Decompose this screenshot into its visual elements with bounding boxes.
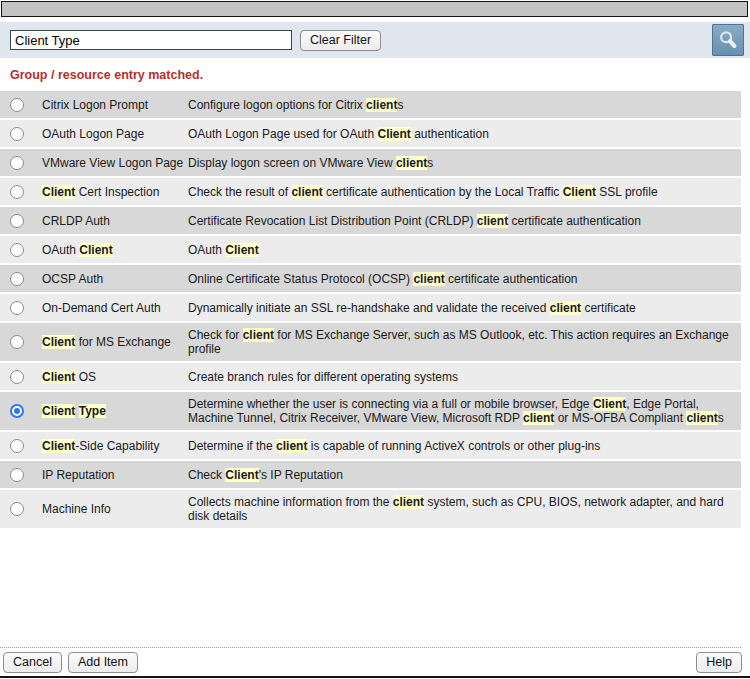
agent-description: Collects machine information from the cl… <box>188 495 741 523</box>
agent-name: CRLDP Auth <box>42 214 188 228</box>
agent-description: Determine if the client is capable of ru… <box>188 439 741 453</box>
agent-description: Check for client for MS Exchange Server,… <box>188 328 741 356</box>
clear-filter-button[interactable]: Clear Filter <box>300 30 381 51</box>
agent-row[interactable]: IP Reputation Check Client's IP Reputati… <box>0 461 741 488</box>
agent-name: Machine Info <box>42 502 188 516</box>
agent-description: Check Client's IP Reputation <box>188 468 741 482</box>
match-highlight: Client <box>593 397 626 411</box>
agent-row[interactable]: Client Cert Inspection Check the result … <box>0 178 741 205</box>
bottom-border <box>0 676 750 678</box>
agent-row[interactable]: VMware View Logon Page Display logon scr… <box>0 149 741 176</box>
agent-name: OAuth Client <box>42 243 188 257</box>
match-highlight: client <box>396 156 427 170</box>
agent-name: OAuth Logon Page <box>42 127 188 141</box>
agent-description: Certificate Revocation List Distribution… <box>188 214 741 228</box>
radio-button[interactable] <box>10 404 24 418</box>
agent-description: OAuth Client <box>188 243 741 257</box>
match-highlight: Client <box>377 127 410 141</box>
footer-buttons: Cancel Add Item <box>3 652 138 673</box>
status-message: Group / resource entry matched. <box>10 68 203 82</box>
match-highlight: client <box>523 411 554 425</box>
agent-description: Display logon screen on VMware View clie… <box>188 156 741 170</box>
filter-input[interactable] <box>10 30 292 50</box>
agent-name: Citrix Logon Prompt <box>42 98 188 112</box>
agent-row[interactable]: On-Demand Cert Auth Dynamically initiate… <box>0 294 741 321</box>
agent-name: Client-Side Capability <box>42 439 188 453</box>
radio-button[interactable] <box>10 243 24 257</box>
agent-description: Configure logon options for Citrix clien… <box>188 98 741 112</box>
agent-description: OAuth Logon Page used for OAuth Client a… <box>188 127 741 141</box>
footer-divider <box>0 647 741 648</box>
window-titlebar <box>1 1 748 17</box>
agent-row[interactable]: Machine Info Collects machine informatio… <box>0 490 741 528</box>
agent-name: Client for MS Exchange <box>42 335 188 349</box>
match-highlight: client <box>413 272 444 286</box>
radio-button[interactable] <box>10 127 24 141</box>
magnifier-icon <box>717 29 739 51</box>
radio-button[interactable] <box>10 98 24 112</box>
match-highlight: client <box>686 411 717 425</box>
agent-row[interactable]: Client-Side Capability Determine if the … <box>0 432 741 459</box>
agent-row[interactable]: OCSP Auth Online Certificate Status Prot… <box>0 265 741 292</box>
add-item-button[interactable]: Add Item <box>68 652 138 673</box>
agent-row[interactable]: CRLDP Auth Certificate Revocation List D… <box>0 207 741 234</box>
agent-name: OCSP Auth <box>42 272 188 286</box>
agent-description: Check the result of client certificate a… <box>188 185 741 199</box>
agent-description: Create branch rules for different operat… <box>188 370 741 384</box>
agent-row[interactable]: OAuth Logon Page OAuth Logon Page used f… <box>0 120 741 147</box>
radio-button[interactable] <box>10 468 24 482</box>
match-highlight: client <box>243 328 274 342</box>
radio-button[interactable] <box>10 439 24 453</box>
agent-name: Client Type <box>42 404 188 418</box>
match-highlight: client <box>550 301 581 315</box>
match-highlight: Client <box>79 243 112 257</box>
agent-row[interactable]: Client for MS Exchange Check for client … <box>0 323 741 361</box>
radio-button[interactable] <box>10 335 24 349</box>
radio-button[interactable] <box>10 185 24 199</box>
cancel-button[interactable]: Cancel <box>3 652 62 673</box>
agent-row[interactable]: OAuth Client OAuth Client <box>0 236 741 263</box>
agent-description: Determine whether the user is connecting… <box>188 397 741 425</box>
agent-list: Citrix Logon Prompt Configure logon opti… <box>0 91 741 528</box>
match-highlight: Client <box>42 439 75 453</box>
agent-name: VMware View Logon Page <box>42 156 188 170</box>
agent-description: Online Certificate Status Protocol (OCSP… <box>188 272 741 286</box>
match-highlight: Client <box>42 370 75 384</box>
match-highlight: Client <box>225 243 258 257</box>
agent-name: Client Cert Inspection <box>42 185 188 199</box>
radio-button[interactable] <box>10 214 24 228</box>
match-highlight: client <box>276 439 307 453</box>
search-button[interactable] <box>712 24 744 56</box>
match-highlight: Client <box>563 185 596 199</box>
match-highlight: Client <box>42 335 75 349</box>
match-highlight: client <box>393 495 424 509</box>
match-highlight: client <box>291 185 322 199</box>
filter-bar: Clear Filter <box>0 22 750 58</box>
radio-button[interactable] <box>10 156 24 170</box>
agent-row[interactable]: Client OS Create branch rules for differ… <box>0 363 741 390</box>
agent-name: Client OS <box>42 370 188 384</box>
agent-name: IP Reputation <box>42 468 188 482</box>
match-highlight: client <box>477 214 508 228</box>
agent-description: Dynamically initiate an SSL re-handshake… <box>188 301 741 315</box>
agent-row[interactable]: Client Type Determine whether the user i… <box>0 392 741 430</box>
radio-button[interactable] <box>10 301 24 315</box>
radio-button[interactable] <box>10 370 24 384</box>
match-highlight: Client <box>42 185 75 199</box>
match-highlight: client <box>366 98 397 112</box>
agent-name: On-Demand Cert Auth <box>42 301 188 315</box>
radio-button[interactable] <box>10 272 24 286</box>
radio-button[interactable] <box>10 502 24 516</box>
agent-row[interactable]: Citrix Logon Prompt Configure logon opti… <box>0 91 741 118</box>
help-button[interactable]: Help <box>696 652 742 673</box>
match-highlight: Client <box>225 468 258 482</box>
match-highlight: Type <box>79 404 106 418</box>
match-highlight: Client <box>42 404 75 418</box>
